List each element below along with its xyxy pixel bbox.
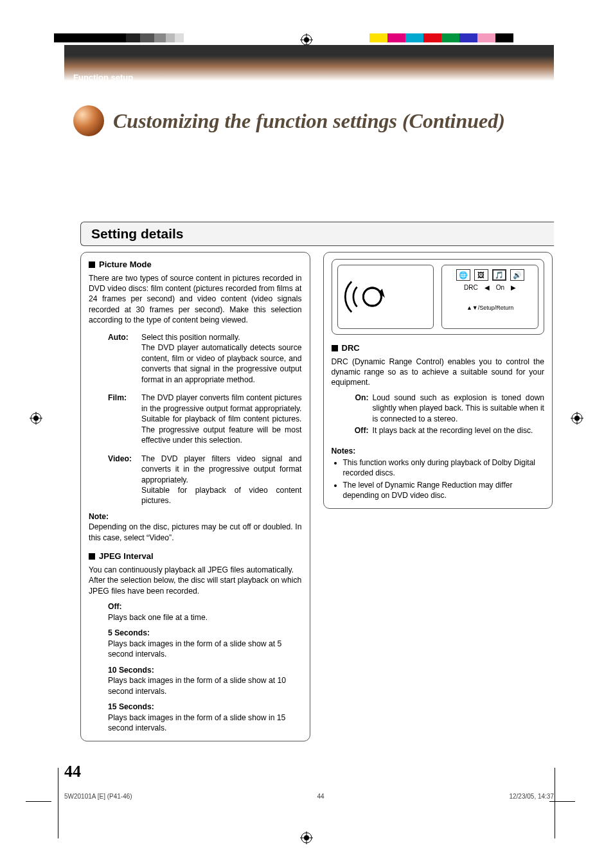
pm-opt-video: Video: The DVD player filters video sign… [108, 452, 302, 508]
drc-opt-off-label: Off: [350, 425, 373, 436]
pm-opt-auto-label: Auto: [108, 331, 141, 386]
osd-value-row: DRC ◀ On ▶ [446, 283, 534, 292]
osd-label: DRC [464, 283, 478, 292]
pm-opt-video-desc2: Suitable for playback of video content p… [141, 486, 302, 505]
picture-mode-intro: There are two types of source content in… [89, 273, 302, 326]
jpeg-intro1: You can continuously playback all JPEG f… [89, 565, 302, 575]
right-column: 🌐 🖼 🎵 🔊 DRC ◀ On ▶ ▲▼/Setup/Return [323, 252, 553, 509]
footer-meta: 5W20101A [E] (P41-46) 44 12/23/05, 14:37 [64, 793, 554, 800]
registration-mark-bottom [300, 831, 313, 844]
pm-note-label: Note: [89, 511, 302, 522]
picture-mode-options: Auto: Select this position normally. The… [108, 331, 302, 508]
picture-mode-label: Picture Mode [99, 259, 152, 270]
bullet-square-icon [89, 553, 95, 560]
drc-options: On: Loud sound such as explosion is tone… [350, 392, 545, 437]
pm-note-body: Depending on the disc, pictures may be c… [89, 522, 302, 543]
drc-heading: DRC [332, 342, 545, 354]
jpeg-interval-label: JPEG Interval [99, 551, 154, 562]
jpeg-opt-15s: 15 Seconds: Plays back images in the for… [89, 702, 302, 733]
pm-opt-auto-desc1: Select this position normally. [141, 333, 240, 342]
osd-value: On [496, 283, 504, 292]
svg-point-4 [301, 833, 312, 843]
title-row: Customizing the function settings (Conti… [73, 105, 505, 136]
pm-opt-film-desc: The DVD player converts film content pic… [141, 391, 302, 447]
bullet-square-icon [89, 261, 95, 268]
osd-tab-icons: 🌐 🖼 🎵 🔊 [446, 269, 534, 281]
footer-left: 5W20101A [E] (P41-46) [64, 793, 132, 800]
left-column: Picture Mode There are two types of sour… [80, 252, 310, 741]
picture-icon: 🖼 [474, 269, 488, 281]
drc-notes-label: Notes: [332, 446, 545, 456]
jpeg-interval-heading: JPEG Interval [89, 551, 302, 562]
svg-point-5 [304, 835, 309, 840]
page-number: 44 [64, 762, 81, 781]
osd-right-pane: 🌐 🖼 🎵 🔊 DRC ◀ On ▶ ▲▼/Setup/Return [441, 265, 538, 329]
osd-panel: 🌐 🖼 🎵 🔊 DRC ◀ On ▶ ▲▼/Setup/Return [332, 259, 545, 335]
header-gradient [64, 45, 554, 81]
right-arrow-icon: ▶ [511, 283, 516, 292]
drc-opt-off: Off: It plays back at the recording leve… [350, 425, 545, 436]
registration-mark-left [30, 412, 42, 425]
left-box: Picture Mode There are two types of sour… [80, 252, 310, 741]
jpeg-opt-5s-desc: Plays back images in the form of a slide… [108, 639, 302, 660]
sphere-icon [73, 105, 104, 136]
globe-icon: 🌐 [456, 269, 470, 281]
page-title: Customizing the function settings (Conti… [113, 109, 505, 133]
jpeg-opt-10s-desc: Plays back images in the form of a slide… [108, 675, 302, 696]
registration-mark-right [571, 412, 583, 425]
section-label: Function setup [73, 73, 133, 82]
svg-point-1 [304, 37, 309, 42]
color-bars-left [54, 33, 184, 42]
section-heading: Setting details [80, 222, 554, 246]
drc-opt-off-desc: It plays back at the recording level on … [373, 425, 545, 436]
svg-point-12 [572, 413, 582, 423]
jpeg-opt-off-label: Off: [108, 601, 302, 612]
bullet-square-icon [332, 345, 338, 351]
pm-opt-film: Film: The DVD player converts film conte… [108, 391, 302, 447]
jpeg-opt-5s-label: 5 Seconds: [108, 628, 302, 638]
osd-left-pane [337, 265, 434, 329]
content-columns: Picture Mode There are two types of sour… [80, 252, 553, 741]
drc-note-1: This function works only during playback… [343, 457, 545, 478]
jpeg-opt-5s: 5 Seconds: Plays back images in the form… [89, 628, 302, 659]
registration-mark-top [300, 33, 313, 46]
settings-icon: 🔊 [510, 269, 524, 281]
drc-note-2: The level of Dynamic Range Reduction may… [343, 480, 545, 500]
osd-footer-text: ▲▼/Setup/Return [446, 304, 534, 312]
drc-opt-on: On: Loud sound such as explosion is tone… [350, 392, 545, 425]
jpeg-opt-off: Off: Plays back one file at a time. [89, 601, 302, 623]
svg-point-16 [363, 288, 381, 306]
left-arrow-icon: ◀ [484, 283, 490, 292]
jpeg-opt-10s: 10 Seconds: Plays back images in the for… [89, 665, 302, 696]
jpeg-opt-15s-desc: Plays back images in the form of a slide… [108, 713, 302, 734]
footer-right: 12/23/05, 14:37 [509, 793, 554, 800]
jpeg-opt-10s-label: 10 Seconds: [108, 665, 302, 675]
picture-mode-heading: Picture Mode [89, 259, 302, 270]
svg-point-8 [31, 413, 41, 423]
drc-label: DRC [342, 342, 360, 354]
right-box: 🌐 🖼 🎵 🔊 DRC ◀ On ▶ ▲▼/Setup/Return [323, 252, 553, 509]
jpeg-opt-15s-label: 15 Seconds: [108, 702, 302, 712]
pm-opt-film-label: Film: [108, 391, 141, 447]
audio-icon: 🎵 [492, 269, 506, 281]
svg-point-9 [33, 416, 39, 421]
pm-opt-video-label: Video: [108, 452, 141, 508]
drc-opt-on-desc: Loud sound such as explosion is toned do… [373, 392, 545, 425]
drc-intro: DRC (Dynamic Range Control) enables you … [332, 357, 545, 388]
drc-notes-list: This function works only during playback… [332, 457, 545, 500]
footer-center: 44 [317, 793, 324, 800]
svg-point-13 [574, 416, 580, 421]
jpeg-intro2: After the selection below, the disc will… [89, 575, 302, 596]
pm-opt-auto: Auto: Select this position normally. The… [108, 331, 302, 386]
color-bars-right [369, 33, 513, 42]
pm-opt-auto-desc2: The DVD player automatically detects sou… [141, 343, 302, 384]
svg-point-0 [301, 35, 312, 45]
jpeg-opt-off-desc: Plays back one file at a time. [108, 612, 302, 623]
pm-opt-video-desc1: The DVD player filters video signal and … [141, 454, 302, 484]
drc-opt-on-label: On: [350, 392, 373, 425]
